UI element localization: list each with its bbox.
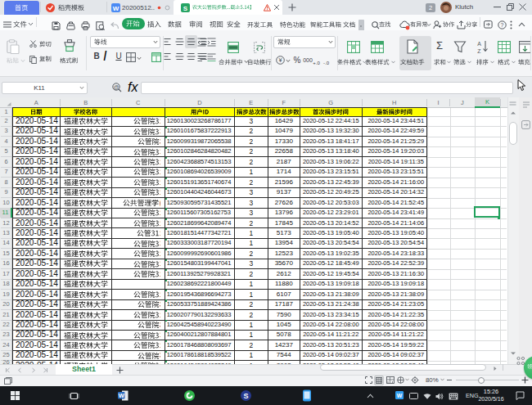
svg-text:A: A xyxy=(477,41,481,47)
svg-text:¥: ¥ xyxy=(278,56,282,64)
svg-text:S: S xyxy=(243,392,248,400)
svg-text:S: S xyxy=(183,4,188,11)
svg-text:W: W xyxy=(397,393,403,398)
svg-text:W: W xyxy=(119,392,125,399)
svg-text:Z: Z xyxy=(477,48,481,54)
svg-text:@: @ xyxy=(114,84,119,90)
svg-text:W: W xyxy=(113,4,119,11)
svg-text:?: ? xyxy=(501,22,504,28)
